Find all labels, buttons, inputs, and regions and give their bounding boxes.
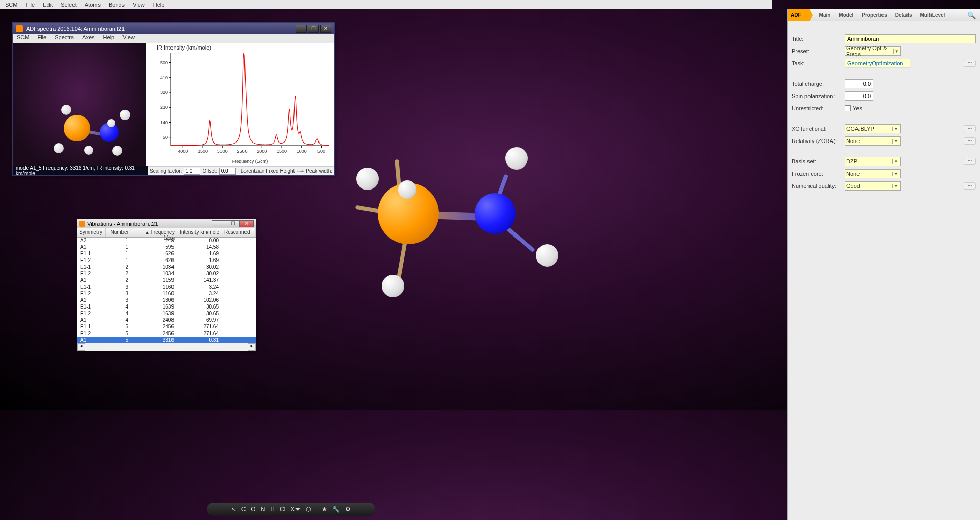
svg-text:1500: 1500	[277, 149, 287, 154]
peak-width-label: Peak width:	[306, 168, 332, 174]
table-row[interactable]: A1159514.58	[77, 244, 256, 251]
spectra-menu-spectra[interactable]: Spectra	[51, 34, 78, 43]
menu-edit[interactable]: Edit	[39, 2, 57, 8]
table-row[interactable]: E1-216261.69	[77, 257, 256, 264]
atom-hydrogen[interactable]	[356, 168, 379, 190]
menu-scm[interactable]: SCM	[1, 2, 21, 8]
spectra-menu-help[interactable]: Help	[99, 34, 119, 43]
main-menu-bar: SCMFileEditSelectAtomsBondsViewHelp	[0, 0, 772, 9]
table-row[interactable]: A212490.00	[77, 238, 256, 244]
atom-hydrogen	[120, 110, 130, 120]
svg-text:500: 500	[317, 149, 325, 154]
atom-hydrogen[interactable]	[382, 275, 404, 297]
spectra-status: mode A1_5 Frequency: 3316 1/cm, IR inten…	[13, 166, 148, 175]
table-row[interactable]: E1-14163930.65	[77, 304, 256, 311]
spectra-menu-scm[interactable]: SCM	[13, 34, 33, 43]
maximize-button[interactable]: ☐	[308, 25, 319, 33]
offset-input[interactable]	[219, 168, 236, 175]
svg-text:3500: 3500	[198, 149, 208, 154]
table-row[interactable]: E1-1311603.24	[77, 284, 256, 291]
spectra-menu-axes[interactable]: Axes	[78, 34, 99, 43]
chart-title: IR Intensity (km/mole)	[157, 44, 211, 51]
menu-bonds[interactable]: Bonds	[105, 2, 129, 8]
scroll-right-icon[interactable]: ►	[248, 343, 256, 351]
svg-text:2000: 2000	[257, 149, 267, 154]
app-icon	[79, 221, 85, 227]
table-row[interactable]: E1-22103430.02	[77, 271, 256, 277]
col-rescanned[interactable]: Rescanned	[222, 228, 256, 237]
vibrations-rows[interactable]: A212490.00A1159514.58E1-116261.69E1-2162…	[77, 238, 256, 343]
col-intensity[interactable]: Intensity km/mole	[177, 228, 222, 237]
spectra-menu: SCMFileSpectraAxesHelpView	[13, 34, 334, 43]
atom-hydrogen	[54, 143, 64, 153]
menu-select[interactable]: Select	[57, 2, 81, 8]
svg-text:50: 50	[163, 135, 168, 140]
svg-text:1000: 1000	[297, 149, 307, 154]
atom-hydrogen	[112, 146, 122, 156]
minimize-button[interactable]: —	[296, 25, 307, 33]
menu-view[interactable]: View	[129, 2, 149, 8]
table-row[interactable]: E1-152456271.64	[77, 324, 256, 330]
svg-text:140: 140	[160, 120, 168, 125]
table-row[interactable]: E1-12103430.02	[77, 264, 256, 271]
spectra-menu-file[interactable]: File	[33, 34, 51, 43]
atom-hydrogen[interactable]	[536, 244, 558, 267]
ir-spectrum-chart[interactable]: IR Intensity (km/mole) 50140230320410500…	[146, 43, 334, 166]
scaling-label: Scaling factor:	[150, 168, 182, 174]
svg-text:3000: 3000	[217, 149, 228, 154]
table-row[interactable]: E1-252456271.64	[77, 330, 256, 337]
table-row[interactable]: E1-2311603.24	[77, 291, 256, 297]
table-row[interactable]: A14240869.97	[77, 317, 256, 324]
spectra-title: ADFspectra 2016.104: Amminboran.t21	[26, 26, 125, 32]
menu-atoms[interactable]: Atoms	[81, 2, 105, 8]
spectra-titlebar[interactable]: ADFspectra 2016.104: Amminboran.t21 — ☐ …	[13, 23, 334, 34]
close-button[interactable]: ✕	[239, 220, 254, 227]
horizontal-scrollbar[interactable]: ◄ ►	[77, 343, 256, 351]
atom-hydrogen	[84, 146, 93, 155]
col-symmetry[interactable]: Symmetry	[77, 228, 106, 237]
table-row[interactable]: E1-116261.69	[77, 251, 256, 257]
svg-text:Frequency (1/cm): Frequency (1/cm)	[232, 159, 268, 164]
spectra-window[interactable]: ADFspectra 2016.104: Amminboran.t21 — ☐ …	[12, 22, 335, 176]
spectra-molecule-view[interactable]	[13, 43, 146, 166]
menu-help[interactable]: Help	[149, 2, 169, 8]
spectra-menu-view[interactable]: View	[118, 34, 139, 43]
atom-hydrogen	[107, 119, 115, 127]
shape-label: Lorentzian Fixed Height	[241, 168, 295, 174]
vibrations-window[interactable]: Vibrations - Amminboran.t21 — ☐ ✕ Symmet…	[77, 219, 256, 351]
atom-hydrogen[interactable]	[505, 147, 528, 170]
maximize-button[interactable]: ☐	[226, 220, 240, 227]
vibrations-title: Vibrations - Amminboran.t21	[87, 221, 158, 227]
table-row[interactable]: A131306102.06	[77, 297, 256, 304]
svg-text:4000: 4000	[178, 149, 188, 154]
scaling-input[interactable]	[184, 168, 200, 175]
app-icon	[16, 25, 23, 32]
close-button[interactable]: ✕	[320, 25, 331, 33]
vibrations-header[interactable]: Symmetry Number ▲ Frequency 1/cm Intensi…	[77, 228, 256, 238]
scroll-left-icon[interactable]: ◄	[77, 343, 85, 351]
minimize-button[interactable]: —	[212, 220, 226, 227]
col-frequency[interactable]: ▲ Frequency 1/cm	[131, 228, 177, 237]
offset-label: Offset:	[202, 168, 217, 174]
svg-text:2500: 2500	[237, 149, 247, 154]
svg-text:500: 500	[160, 60, 168, 65]
shape-icon[interactable]: ⟿	[297, 168, 304, 174]
table-row[interactable]: A121159141.37	[77, 277, 256, 284]
vibrations-titlebar[interactable]: Vibrations - Amminboran.t21 — ☐ ✕	[77, 219, 256, 228]
atom-hydrogen	[61, 105, 71, 115]
table-row[interactable]: A1533160.31	[77, 337, 256, 343]
table-row[interactable]: E1-24163930.65	[77, 311, 256, 317]
svg-text:410: 410	[160, 75, 168, 80]
atom-hydrogen[interactable]	[398, 180, 416, 199]
atom-boron	[64, 115, 90, 141]
svg-text:230: 230	[160, 105, 168, 110]
atom-nitrogen[interactable]	[475, 193, 516, 234]
svg-text:320: 320	[160, 90, 168, 95]
col-number[interactable]: Number	[106, 228, 131, 237]
menu-file[interactable]: File	[21, 2, 39, 8]
